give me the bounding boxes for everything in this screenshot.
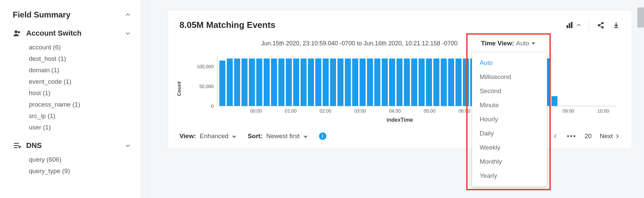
field-list-item[interactable]: src_ip (1)	[29, 110, 131, 122]
histogram-bar[interactable]	[411, 58, 417, 106]
svg-point-1	[18, 31, 20, 34]
chart-plot-area[interactable]	[217, 56, 616, 106]
time-view-option[interactable]: Second	[472, 84, 547, 98]
histogram-bar[interactable]	[404, 58, 410, 106]
histogram-bar[interactable]	[433, 58, 439, 106]
histogram-bar[interactable]	[463, 58, 469, 106]
chevron-down-icon	[125, 30, 131, 36]
histogram-bar[interactable]	[382, 58, 388, 106]
page-size-label[interactable]: 20	[585, 132, 592, 140]
field-list-item[interactable]: account (6)	[29, 42, 131, 53]
histogram-bar[interactable]	[256, 58, 262, 106]
time-view-option[interactable]: Minute	[472, 98, 547, 112]
histogram-bar[interactable]	[308, 58, 314, 106]
time-view-option[interactable]: Millisecond	[472, 70, 547, 84]
chevron-up-icon	[125, 12, 131, 18]
time-row: Jun.15th 2020, 23:10:59.040 -0700 to Jun…	[179, 38, 620, 49]
action-separator	[589, 20, 589, 30]
chart-x-tick: 09:00	[562, 108, 574, 114]
sidebar-group-header[interactable]: Account Switch	[13, 29, 131, 38]
field-list-item[interactable]: process_name (1)	[29, 99, 131, 110]
time-view-option[interactable]: Hourly	[472, 112, 547, 126]
caret-down-icon	[531, 42, 535, 45]
chart-x-tick: 10:00	[597, 108, 609, 114]
next-page-button[interactable]: Next	[600, 132, 620, 140]
histogram-bar[interactable]	[389, 58, 395, 106]
time-view-option[interactable]: Monthly	[472, 155, 547, 169]
panel-footer: View: Enhanced Sort: Newest first i 500 …	[179, 132, 620, 141]
panel-divider	[141, 0, 149, 198]
histogram-bar[interactable]	[293, 58, 299, 106]
histogram-chart: Count 050,000100,000 00:0001:0002:0003:0…	[181, 55, 619, 122]
chart-x-tick: 05:00	[424, 108, 435, 114]
svg-point-9	[598, 24, 600, 26]
svg-point-8	[602, 22, 603, 24]
sidebar-group: DNSquery (606)query_type (9)	[13, 141, 131, 177]
histogram-bar[interactable]	[448, 58, 454, 106]
time-view-option[interactable]: Weekly	[472, 141, 547, 155]
histogram-bar[interactable]	[249, 58, 255, 106]
info-icon[interactable]: i	[319, 132, 326, 140]
time-view-dropdown-trigger[interactable]: Time View: Auto	[478, 38, 539, 49]
chart-y-axis-label: Count	[176, 81, 182, 96]
time-view-option[interactable]: Auto	[472, 56, 547, 70]
chart-x-tick: 03:00	[354, 108, 366, 114]
chart-x-tick: 06:00	[459, 108, 470, 114]
histogram-bar[interactable]	[374, 58, 380, 106]
field-list-item[interactable]: event_code (1)	[29, 76, 131, 87]
histogram-bar[interactable]	[367, 58, 373, 106]
histogram-bar[interactable]	[551, 96, 557, 106]
svg-rect-5	[567, 25, 568, 28]
field-list: query (606)query_type (9)	[13, 154, 131, 177]
histogram-bar[interactable]	[227, 58, 233, 106]
histogram-bar[interactable]	[241, 58, 248, 106]
field-list-item[interactable]: query (606)	[29, 154, 131, 165]
share-icon[interactable]	[597, 21, 605, 29]
histogram-bar[interactable]	[396, 58, 402, 106]
chart-y-tick: 0	[211, 104, 214, 109]
field-list-item[interactable]: query_type (9)	[29, 165, 131, 177]
time-view-dropdown[interactable]: AutoMillisecondSecondMinuteHourlyDailyWe…	[472, 52, 547, 187]
histogram-bar[interactable]	[337, 58, 343, 106]
histogram-bar[interactable]	[264, 58, 270, 106]
histogram-bar[interactable]	[301, 58, 307, 106]
field-summary-header[interactable]: Field Summary	[13, 10, 131, 19]
prev-page-button[interactable]	[552, 133, 559, 140]
chart-x-tick: 01:00	[285, 108, 297, 114]
chart-x-axis-label: indexTime	[181, 117, 619, 123]
field-list-item[interactable]: dest_host (1)	[29, 53, 131, 65]
time-view-option[interactable]: Yearly	[472, 169, 547, 183]
histogram-bar[interactable]	[315, 58, 321, 106]
histogram-bar[interactable]	[271, 58, 277, 106]
chart-toggle[interactable]	[566, 21, 582, 29]
chart-x-ticks: 00:0001:0002:0003:0004:0005:0006:0007:00…	[217, 108, 616, 115]
histogram-bar[interactable]	[323, 58, 329, 106]
histogram-bar[interactable]	[234, 58, 240, 106]
field-list-item[interactable]: user (1)	[29, 122, 131, 133]
field-list-item[interactable]: host (1)	[29, 87, 131, 99]
field-summary-sidebar: Field Summary Account Switchaccount (6)d…	[0, 0, 141, 198]
histogram-bar[interactable]	[286, 58, 292, 106]
histogram-bar[interactable]	[345, 58, 351, 106]
histogram-bar[interactable]	[360, 58, 366, 106]
histogram-bar[interactable]	[426, 58, 432, 106]
time-view-option[interactable]: Daily	[472, 126, 547, 141]
chart-y-tick: 100,000	[197, 64, 214, 69]
sidebar-group-header[interactable]: DNS	[13, 141, 131, 150]
sort-selector[interactable]: Sort: Newest first	[248, 132, 307, 140]
histogram-bar[interactable]	[278, 58, 284, 106]
field-list: account (6)dest_host (1)domain (1)event_…	[13, 42, 131, 133]
sidebar-group-title: DNS	[26, 141, 42, 150]
download-icon[interactable]	[612, 21, 620, 29]
histogram-bar[interactable]	[352, 58, 358, 106]
histogram-bar[interactable]	[330, 58, 336, 106]
histogram-bar[interactable]	[455, 58, 462, 106]
view-selector[interactable]: View: Enhanced	[179, 132, 236, 140]
svg-rect-6	[569, 23, 570, 28]
histogram-bar[interactable]	[219, 61, 225, 106]
histogram-bar[interactable]	[441, 58, 447, 106]
histogram-bar[interactable]	[419, 58, 425, 106]
field-list-item[interactable]: domain (1)	[29, 65, 131, 76]
pager-ellipsis[interactable]: •••	[567, 132, 577, 141]
events-panel: 8.05M Matching Events	[168, 10, 632, 149]
